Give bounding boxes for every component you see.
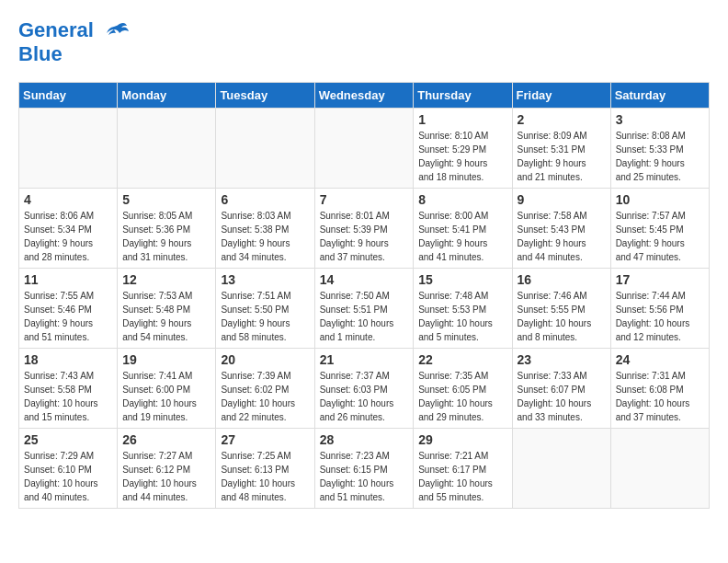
calendar-cell: 27Sunrise: 7:25 AMSunset: 6:13 PMDayligh… xyxy=(216,428,314,508)
calendar-week-row: 4Sunrise: 8:06 AMSunset: 5:34 PMDaylight… xyxy=(19,188,710,268)
day-info: Sunrise: 7:39 AMSunset: 6:02 PMDaylight:… xyxy=(221,369,309,424)
day-info: Sunrise: 7:27 AMSunset: 6:12 PMDaylight:… xyxy=(122,449,210,504)
day-number: 24 xyxy=(616,352,704,367)
day-number: 18 xyxy=(24,352,112,367)
logo-bird-icon xyxy=(101,20,129,42)
calendar-cell: 15Sunrise: 7:48 AMSunset: 5:53 PMDayligh… xyxy=(414,268,512,348)
logo: General Blue xyxy=(18,18,129,67)
day-number: 10 xyxy=(616,192,704,207)
calendar-cell: 26Sunrise: 7:27 AMSunset: 6:12 PMDayligh… xyxy=(118,428,216,508)
day-number: 12 xyxy=(122,272,210,287)
calendar-cell: 8Sunrise: 8:00 AMSunset: 5:41 PMDaylight… xyxy=(414,188,512,268)
day-info: Sunrise: 7:43 AMSunset: 5:58 PMDaylight:… xyxy=(24,369,112,424)
day-number: 14 xyxy=(320,272,409,287)
calendar-cell: 10Sunrise: 7:57 AMSunset: 5:45 PMDayligh… xyxy=(610,188,709,268)
day-info: Sunrise: 7:44 AMSunset: 5:56 PMDaylight:… xyxy=(616,289,704,344)
day-number: 15 xyxy=(418,272,506,287)
day-info: Sunrise: 8:01 AMSunset: 5:39 PMDaylight:… xyxy=(320,209,409,264)
calendar-cell: 28Sunrise: 7:23 AMSunset: 6:15 PMDayligh… xyxy=(314,428,414,508)
column-header-thursday: Thursday xyxy=(414,82,512,108)
logo-text: General Blue xyxy=(18,18,129,67)
logo-general: General xyxy=(18,18,94,41)
day-number: 26 xyxy=(122,432,210,447)
logo-blue: Blue xyxy=(18,42,129,66)
day-number: 27 xyxy=(221,432,309,447)
day-number: 8 xyxy=(418,192,506,207)
calendar-cell: 23Sunrise: 7:33 AMSunset: 6:07 PMDayligh… xyxy=(512,348,610,428)
calendar-cell: 9Sunrise: 7:58 AMSunset: 5:43 PMDaylight… xyxy=(512,188,610,268)
calendar-cell xyxy=(512,428,610,508)
calendar-cell xyxy=(216,108,314,188)
day-info: Sunrise: 7:46 AMSunset: 5:55 PMDaylight:… xyxy=(518,289,606,344)
day-number: 6 xyxy=(221,192,309,207)
calendar-cell: 7Sunrise: 8:01 AMSunset: 5:39 PMDaylight… xyxy=(314,188,414,268)
day-info: Sunrise: 8:05 AMSunset: 5:36 PMDaylight:… xyxy=(122,209,210,264)
day-info: Sunrise: 7:25 AMSunset: 6:13 PMDaylight:… xyxy=(221,449,309,504)
calendar-week-row: 18Sunrise: 7:43 AMSunset: 5:58 PMDayligh… xyxy=(19,348,710,428)
calendar-cell: 13Sunrise: 7:51 AMSunset: 5:50 PMDayligh… xyxy=(216,268,314,348)
calendar-cell: 5Sunrise: 8:05 AMSunset: 5:36 PMDaylight… xyxy=(118,188,216,268)
calendar-header-row: SundayMondayTuesdayWednesdayThursdayFrid… xyxy=(19,82,710,108)
calendar-week-row: 1Sunrise: 8:10 AMSunset: 5:29 PMDaylight… xyxy=(19,108,710,188)
calendar-cell: 2Sunrise: 8:09 AMSunset: 5:31 PMDaylight… xyxy=(512,108,610,188)
day-number: 19 xyxy=(122,352,210,367)
calendar-cell: 24Sunrise: 7:31 AMSunset: 6:08 PMDayligh… xyxy=(610,348,709,428)
day-info: Sunrise: 8:09 AMSunset: 5:31 PMDaylight:… xyxy=(518,129,606,184)
day-number: 21 xyxy=(320,352,409,367)
day-number: 22 xyxy=(418,352,506,367)
calendar-cell xyxy=(314,108,414,188)
day-info: Sunrise: 7:23 AMSunset: 6:15 PMDaylight:… xyxy=(320,449,409,504)
day-number: 5 xyxy=(122,192,210,207)
calendar-table: SundayMondayTuesdayWednesdayThursdayFrid… xyxy=(18,82,710,509)
calendar-cell xyxy=(118,108,216,188)
calendar-cell: 25Sunrise: 7:29 AMSunset: 6:10 PMDayligh… xyxy=(19,428,118,508)
day-number: 25 xyxy=(24,432,112,447)
day-info: Sunrise: 8:00 AMSunset: 5:41 PMDaylight:… xyxy=(418,209,506,264)
day-info: Sunrise: 7:55 AMSunset: 5:46 PMDaylight:… xyxy=(24,289,112,344)
calendar-cell: 16Sunrise: 7:46 AMSunset: 5:55 PMDayligh… xyxy=(512,268,610,348)
column-header-sunday: Sunday xyxy=(19,82,118,108)
day-info: Sunrise: 7:37 AMSunset: 6:03 PMDaylight:… xyxy=(320,369,409,424)
column-header-monday: Monday xyxy=(118,82,216,108)
column-header-saturday: Saturday xyxy=(610,82,709,108)
day-number: 7 xyxy=(320,192,409,207)
calendar-week-row: 25Sunrise: 7:29 AMSunset: 6:10 PMDayligh… xyxy=(19,428,710,508)
day-info: Sunrise: 8:06 AMSunset: 5:34 PMDaylight:… xyxy=(24,209,112,264)
day-info: Sunrise: 7:31 AMSunset: 6:08 PMDaylight:… xyxy=(616,369,704,424)
calendar-cell: 18Sunrise: 7:43 AMSunset: 5:58 PMDayligh… xyxy=(19,348,118,428)
day-number: 3 xyxy=(616,112,704,127)
column-header-wednesday: Wednesday xyxy=(314,82,414,108)
day-info: Sunrise: 7:51 AMSunset: 5:50 PMDaylight:… xyxy=(221,289,309,344)
day-info: Sunrise: 7:58 AMSunset: 5:43 PMDaylight:… xyxy=(518,209,606,264)
day-info: Sunrise: 7:33 AMSunset: 6:07 PMDaylight:… xyxy=(518,369,606,424)
calendar-cell: 21Sunrise: 7:37 AMSunset: 6:03 PMDayligh… xyxy=(314,348,414,428)
calendar-cell xyxy=(610,428,709,508)
day-number: 1 xyxy=(418,112,506,127)
day-info: Sunrise: 8:10 AMSunset: 5:29 PMDaylight:… xyxy=(418,129,506,184)
day-number: 4 xyxy=(24,192,112,207)
day-info: Sunrise: 7:41 AMSunset: 6:00 PMDaylight:… xyxy=(122,369,210,424)
day-info: Sunrise: 7:48 AMSunset: 5:53 PMDaylight:… xyxy=(418,289,506,344)
calendar-cell: 12Sunrise: 7:53 AMSunset: 5:48 PMDayligh… xyxy=(118,268,216,348)
day-info: Sunrise: 7:35 AMSunset: 6:05 PMDaylight:… xyxy=(418,369,506,424)
day-number: 20 xyxy=(221,352,309,367)
day-number: 9 xyxy=(518,192,606,207)
calendar-cell: 22Sunrise: 7:35 AMSunset: 6:05 PMDayligh… xyxy=(414,348,512,428)
calendar-week-row: 11Sunrise: 7:55 AMSunset: 5:46 PMDayligh… xyxy=(19,268,710,348)
day-info: Sunrise: 8:03 AMSunset: 5:38 PMDaylight:… xyxy=(221,209,309,264)
day-info: Sunrise: 7:57 AMSunset: 5:45 PMDaylight:… xyxy=(616,209,704,264)
calendar-cell: 29Sunrise: 7:21 AMSunset: 6:17 PMDayligh… xyxy=(414,428,512,508)
day-number: 11 xyxy=(24,272,112,287)
calendar-cell xyxy=(19,108,118,188)
day-number: 23 xyxy=(518,352,606,367)
day-info: Sunrise: 7:29 AMSunset: 6:10 PMDaylight:… xyxy=(24,449,112,504)
column-header-friday: Friday xyxy=(512,82,610,108)
calendar-cell: 3Sunrise: 8:08 AMSunset: 5:33 PMDaylight… xyxy=(610,108,709,188)
day-number: 28 xyxy=(320,432,409,447)
day-info: Sunrise: 8:08 AMSunset: 5:33 PMDaylight:… xyxy=(616,129,704,184)
column-header-tuesday: Tuesday xyxy=(216,82,314,108)
day-info: Sunrise: 7:21 AMSunset: 6:17 PMDaylight:… xyxy=(418,449,506,504)
day-number: 17 xyxy=(616,272,704,287)
day-info: Sunrise: 7:50 AMSunset: 5:51 PMDaylight:… xyxy=(320,289,409,344)
calendar-cell: 17Sunrise: 7:44 AMSunset: 5:56 PMDayligh… xyxy=(610,268,709,348)
